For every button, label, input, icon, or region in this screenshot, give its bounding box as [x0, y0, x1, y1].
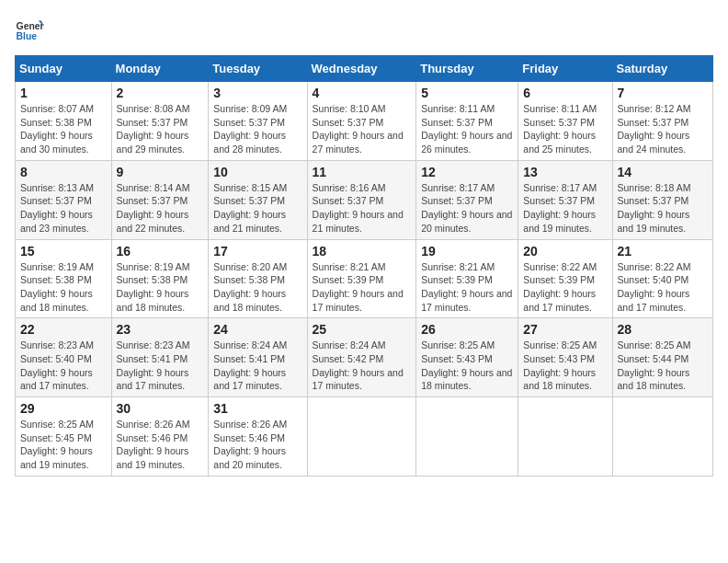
calendar-cell: 1 Sunrise: 8:07 AMSunset: 5:38 PMDayligh…	[16, 82, 112, 161]
weekday-header: Wednesday	[307, 56, 416, 82]
weekday-header: Saturday	[612, 56, 712, 82]
calendar-cell: 7 Sunrise: 8:12 AMSunset: 5:37 PMDayligh…	[612, 82, 712, 161]
calendar-cell: 22 Sunrise: 8:23 AMSunset: 5:40 PMDaylig…	[16, 318, 112, 397]
day-detail: Sunrise: 8:17 AMSunset: 5:37 PMDaylight:…	[523, 182, 597, 234]
day-number: 21	[618, 244, 708, 259]
day-number: 14	[618, 165, 708, 179]
weekday-header-row: SundayMondayTuesdayWednesdayThursdayFrid…	[16, 56, 713, 82]
calendar-cell: 9 Sunrise: 8:14 AMSunset: 5:37 PMDayligh…	[111, 160, 209, 239]
day-detail: Sunrise: 8:11 AMSunset: 5:37 PMDaylight:…	[421, 103, 512, 155]
day-detail: Sunrise: 8:22 AMSunset: 5:39 PMDaylight:…	[523, 261, 597, 313]
day-detail: Sunrise: 8:20 AMSunset: 5:38 PMDaylight:…	[213, 261, 287, 313]
day-number: 16	[117, 244, 204, 259]
calendar-cell: 31 Sunrise: 8:26 AMSunset: 5:46 PMDaylig…	[209, 397, 307, 477]
calendar-week-row: 8 Sunrise: 8:13 AMSunset: 5:37 PMDayligh…	[16, 160, 713, 239]
svg-text:General: General	[17, 21, 44, 31]
calendar-cell: 4 Sunrise: 8:10 AMSunset: 5:37 PMDayligh…	[307, 82, 416, 161]
day-number: 27	[523, 322, 607, 337]
day-number: 11	[313, 165, 412, 179]
day-number: 29	[20, 401, 107, 416]
day-detail: Sunrise: 8:25 AMSunset: 5:44 PMDaylight:…	[618, 339, 691, 391]
calendar-cell: 11 Sunrise: 8:16 AMSunset: 5:37 PMDaylig…	[307, 160, 416, 239]
day-detail: Sunrise: 8:11 AMSunset: 5:37 PMDaylight:…	[523, 103, 597, 155]
weekday-header: Tuesday	[209, 56, 307, 82]
day-number: 4	[313, 86, 412, 100]
day-number: 9	[117, 165, 204, 179]
day-number: 3	[213, 86, 301, 100]
day-number: 30	[117, 401, 204, 416]
day-detail: Sunrise: 8:07 AMSunset: 5:38 PMDaylight:…	[20, 103, 94, 155]
day-number: 20	[523, 244, 607, 259]
calendar-cell	[307, 397, 416, 477]
day-detail: Sunrise: 8:12 AMSunset: 5:37 PMDaylight:…	[618, 103, 691, 155]
calendar-cell: 2 Sunrise: 8:08 AMSunset: 5:37 PMDayligh…	[111, 82, 209, 161]
day-detail: Sunrise: 8:13 AMSunset: 5:37 PMDaylight:…	[20, 182, 94, 234]
weekday-header: Monday	[111, 56, 209, 82]
calendar-cell: 18 Sunrise: 8:21 AMSunset: 5:39 PMDaylig…	[307, 239, 416, 318]
calendar-cell: 12 Sunrise: 8:17 AMSunset: 5:37 PMDaylig…	[416, 160, 518, 239]
day-number: 26	[421, 322, 513, 337]
calendar-cell	[612, 397, 712, 477]
calendar-cell: 28 Sunrise: 8:25 AMSunset: 5:44 PMDaylig…	[612, 318, 712, 397]
day-number: 8	[20, 165, 107, 179]
calendar-cell: 15 Sunrise: 8:19 AMSunset: 5:38 PMDaylig…	[16, 239, 112, 318]
day-detail: Sunrise: 8:22 AMSunset: 5:40 PMDaylight:…	[618, 261, 691, 313]
calendar-cell: 6 Sunrise: 8:11 AMSunset: 5:37 PMDayligh…	[518, 82, 612, 161]
day-detail: Sunrise: 8:15 AMSunset: 5:37 PMDaylight:…	[213, 182, 287, 234]
day-detail: Sunrise: 8:23 AMSunset: 5:41 PMDaylight:…	[117, 339, 190, 391]
calendar-cell: 10 Sunrise: 8:15 AMSunset: 5:37 PMDaylig…	[209, 160, 307, 239]
calendar-cell: 17 Sunrise: 8:20 AMSunset: 5:38 PMDaylig…	[209, 239, 307, 318]
day-number: 31	[213, 401, 301, 416]
weekday-header: Friday	[518, 56, 612, 82]
calendar-cell: 19 Sunrise: 8:21 AMSunset: 5:39 PMDaylig…	[416, 239, 518, 318]
weekday-header: Thursday	[416, 56, 518, 82]
day-number: 7	[618, 86, 708, 100]
calendar-cell: 23 Sunrise: 8:23 AMSunset: 5:41 PMDaylig…	[111, 318, 209, 397]
day-number: 15	[20, 244, 107, 259]
calendar-cell: 8 Sunrise: 8:13 AMSunset: 5:37 PMDayligh…	[16, 160, 112, 239]
calendar-cell: 5 Sunrise: 8:11 AMSunset: 5:37 PMDayligh…	[416, 82, 518, 161]
day-detail: Sunrise: 8:14 AMSunset: 5:37 PMDaylight:…	[117, 182, 190, 234]
day-number: 12	[421, 165, 513, 179]
calendar-cell: 25 Sunrise: 8:24 AMSunset: 5:42 PMDaylig…	[307, 318, 416, 397]
day-number: 5	[421, 86, 513, 100]
calendar-cell: 16 Sunrise: 8:19 AMSunset: 5:38 PMDaylig…	[111, 239, 209, 318]
day-detail: Sunrise: 8:23 AMSunset: 5:40 PMDaylight:…	[20, 339, 94, 391]
day-detail: Sunrise: 8:26 AMSunset: 5:46 PMDaylight:…	[213, 419, 287, 470]
day-detail: Sunrise: 8:19 AMSunset: 5:38 PMDaylight:…	[117, 261, 190, 313]
calendar-table: SundayMondayTuesdayWednesdayThursdayFrid…	[15, 55, 713, 477]
calendar-week-row: 15 Sunrise: 8:19 AMSunset: 5:38 PMDaylig…	[16, 239, 713, 318]
calendar-cell	[416, 397, 518, 477]
calendar-week-row: 1 Sunrise: 8:07 AMSunset: 5:38 PMDayligh…	[16, 82, 713, 161]
day-detail: Sunrise: 8:25 AMSunset: 5:45 PMDaylight:…	[20, 419, 94, 470]
calendar-cell: 29 Sunrise: 8:25 AMSunset: 5:45 PMDaylig…	[16, 397, 112, 477]
calendar-cell: 27 Sunrise: 8:25 AMSunset: 5:43 PMDaylig…	[518, 318, 612, 397]
day-detail: Sunrise: 8:24 AMSunset: 5:41 PMDaylight:…	[213, 339, 287, 391]
calendar-week-row: 22 Sunrise: 8:23 AMSunset: 5:40 PMDaylig…	[16, 318, 713, 397]
day-number: 24	[213, 322, 301, 337]
day-number: 6	[523, 86, 607, 100]
calendar-cell: 20 Sunrise: 8:22 AMSunset: 5:39 PMDaylig…	[518, 239, 612, 318]
day-number: 25	[313, 322, 412, 337]
day-number: 23	[117, 322, 204, 337]
calendar-week-row: 29 Sunrise: 8:25 AMSunset: 5:45 PMDaylig…	[16, 397, 713, 477]
day-detail: Sunrise: 8:16 AMSunset: 5:37 PMDaylight:…	[313, 182, 404, 234]
calendar-cell: 14 Sunrise: 8:18 AMSunset: 5:37 PMDaylig…	[612, 160, 712, 239]
day-number: 22	[20, 322, 107, 337]
day-detail: Sunrise: 8:09 AMSunset: 5:37 PMDaylight:…	[213, 103, 287, 155]
day-detail: Sunrise: 8:25 AMSunset: 5:43 PMDaylight:…	[421, 339, 512, 391]
calendar-cell: 26 Sunrise: 8:25 AMSunset: 5:43 PMDaylig…	[416, 318, 518, 397]
day-detail: Sunrise: 8:26 AMSunset: 5:46 PMDaylight:…	[117, 419, 190, 470]
day-detail: Sunrise: 8:24 AMSunset: 5:42 PMDaylight:…	[313, 339, 404, 391]
calendar-cell: 30 Sunrise: 8:26 AMSunset: 5:46 PMDaylig…	[111, 397, 209, 477]
day-number: 19	[421, 244, 513, 259]
day-detail: Sunrise: 8:21 AMSunset: 5:39 PMDaylight:…	[421, 261, 512, 313]
calendar-cell: 3 Sunrise: 8:09 AMSunset: 5:37 PMDayligh…	[209, 82, 307, 161]
day-detail: Sunrise: 8:21 AMSunset: 5:39 PMDaylight:…	[313, 261, 404, 313]
day-detail: Sunrise: 8:10 AMSunset: 5:37 PMDaylight:…	[313, 103, 404, 155]
day-number: 13	[523, 165, 607, 179]
day-number: 1	[20, 86, 107, 100]
day-number: 17	[213, 244, 301, 259]
day-number: 10	[213, 165, 301, 179]
svg-text:Blue: Blue	[17, 31, 38, 41]
